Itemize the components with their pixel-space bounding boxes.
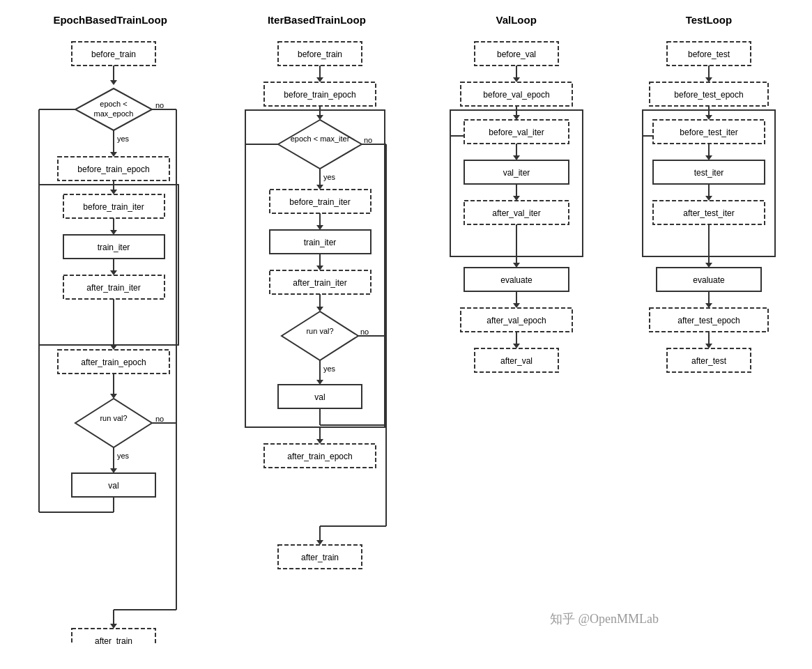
ev-label: evaluate xyxy=(500,275,533,285)
at-label: after_train xyxy=(95,636,132,645)
svg-marker-18 xyxy=(110,270,117,275)
tsti-label: test_iter xyxy=(694,168,724,178)
tev-label: evaluate xyxy=(693,275,725,285)
test-loop-title: TestLoop xyxy=(686,14,732,26)
svg-marker-69 xyxy=(316,439,323,444)
svg-marker-120 xyxy=(705,344,712,348)
svg-marker-76 xyxy=(513,77,520,82)
val-loop-title: ValLoop xyxy=(496,14,536,26)
btsti-label: before_test_iter xyxy=(680,128,737,137)
avi-label: after_val_iter xyxy=(492,208,540,218)
atste-label: after_test_epoch xyxy=(677,316,740,325)
ibt-label: before_train xyxy=(298,49,342,59)
val-loop-svg: before_val before_val_epoch before_val_i… xyxy=(447,38,586,645)
ibti-label: before_train_iter xyxy=(290,197,351,207)
iti-label: train_iter xyxy=(304,238,337,247)
svg-marker-49 xyxy=(316,185,323,190)
val-loop-column: ValLoop before_val before_val_epoch befo… xyxy=(447,14,586,655)
ino-label: no xyxy=(364,136,372,144)
svg-marker-114 xyxy=(705,263,712,268)
test-loop-svg: before_test before_test_epoch before_tes… xyxy=(639,38,779,645)
btst-label: before_test xyxy=(688,49,730,59)
no-label-1: no xyxy=(155,101,164,109)
yes-label-1: yes xyxy=(117,134,130,143)
svg-marker-110 xyxy=(705,196,712,201)
svg-marker-100 xyxy=(705,77,712,82)
iyes2-label: yes xyxy=(323,364,336,373)
svg-marker-80 xyxy=(513,115,520,120)
ibte-label: before_train_epoch xyxy=(284,90,356,100)
bv-label: before_val xyxy=(497,49,536,59)
svg-marker-96 xyxy=(513,344,520,348)
ival-label: val xyxy=(315,392,325,402)
svg-marker-55 xyxy=(316,266,323,270)
svg-marker-15 xyxy=(110,230,117,235)
bvi-label: before_val_iter xyxy=(489,128,544,137)
svg-marker-90 xyxy=(513,263,520,268)
epoch-cond-label2: max_epoch xyxy=(94,109,134,118)
svg-marker-28 xyxy=(110,468,117,473)
svg-marker-35 xyxy=(110,624,117,629)
svg-marker-25 xyxy=(75,399,152,447)
vi-label: val_iter xyxy=(503,168,530,178)
svg-marker-12 xyxy=(110,190,117,194)
val-label: val xyxy=(108,481,118,491)
svg-marker-93 xyxy=(513,303,520,308)
svg-marker-72 xyxy=(316,540,323,545)
ati-label: after_train_iter xyxy=(86,283,140,293)
ino2-label: no xyxy=(360,328,369,336)
svg-marker-86 xyxy=(513,196,520,201)
test-loop-column: TestLoop before_test before_test_epoch b… xyxy=(639,14,779,655)
atsti-label: after_test_iter xyxy=(683,208,734,218)
iyes-label: yes xyxy=(323,173,336,181)
svg-marker-62 xyxy=(316,380,323,385)
svg-marker-2 xyxy=(110,80,117,85)
iate-label: after_train_epoch xyxy=(288,452,353,461)
ti-label: train_iter xyxy=(98,243,130,252)
runval-label: run val? xyxy=(100,414,128,422)
icond-label1: epoch < max_iter xyxy=(291,134,350,143)
yes-label-2: yes xyxy=(117,452,130,460)
svg-marker-83 xyxy=(513,155,520,160)
iter-loop-svg: before_train before_train_epoch epoch < … xyxy=(240,38,393,645)
svg-marker-59 xyxy=(282,312,358,360)
epoch-loop-title: EpochBasedTrainLoop xyxy=(53,14,167,26)
epoch-loop-column: EpochBasedTrainLoop before_train epoch <… xyxy=(33,14,187,655)
bte-label: before_train_epoch xyxy=(77,164,149,174)
irunval-label: run val? xyxy=(307,327,334,335)
svg-marker-52 xyxy=(316,225,323,230)
before-train-label: before_train xyxy=(91,49,136,59)
watermark: 知乎 @OpenMMLab xyxy=(550,610,659,627)
svg-marker-8 xyxy=(110,152,117,157)
epoch-loop-svg: before_train epoch < max_epoch no yes be… xyxy=(33,38,187,645)
iati-label: after_train_iter xyxy=(293,278,347,288)
bti-label: before_train_iter xyxy=(83,202,144,212)
svg-marker-107 xyxy=(705,155,712,160)
svg-marker-21 xyxy=(110,345,117,350)
epoch-cond-label1: epoch < xyxy=(100,100,127,108)
svg-marker-44 xyxy=(278,120,362,169)
iat-label: after_train xyxy=(301,553,339,562)
ave-label: after_val_epoch xyxy=(487,316,546,325)
atst-label: after_test xyxy=(691,356,727,366)
no-label-2: no xyxy=(155,415,164,423)
svg-marker-104 xyxy=(705,115,712,120)
bve-label: before_val_epoch xyxy=(483,90,549,100)
iter-loop-title: IterBasedTrainLoop xyxy=(268,14,366,26)
btste-label: before_test_epoch xyxy=(674,90,743,100)
ate-label: after_train_epoch xyxy=(81,357,146,367)
svg-marker-117 xyxy=(705,303,712,308)
diagram-container: EpochBasedTrainLoop before_train epoch <… xyxy=(0,0,812,669)
svg-marker-39 xyxy=(316,77,323,82)
iter-loop-column: IterBasedTrainLoop before_train before_t… xyxy=(240,14,393,655)
av-label: after_val xyxy=(500,356,533,366)
